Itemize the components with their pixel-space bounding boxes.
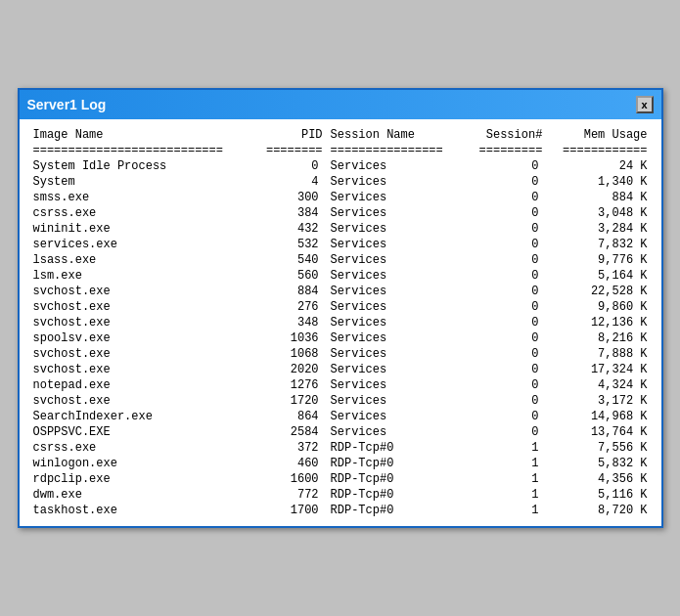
cell-pid: 1600 — [253, 471, 326, 487]
cell-mem-usage: 9,860 K — [546, 299, 651, 315]
log-content: Image Name PID Session Name Session# Mem… — [20, 119, 661, 526]
table-row: services.exe532Services07,832 K — [29, 237, 652, 252]
cell-mem-usage: 8,720 K — [546, 503, 651, 518]
sep-mem: ============ — [546, 143, 651, 158]
cell-session-num: 0 — [463, 268, 546, 284]
cell-mem-usage: 3,284 K — [546, 221, 651, 237]
sep-session-num: ========= — [463, 143, 546, 158]
cell-pid: 864 — [253, 409, 326, 424]
table-row: OSPPSVC.EXE2584Services013,764 K — [29, 424, 652, 440]
cell-session-name: Services — [327, 205, 464, 221]
cell-pid: 560 — [253, 268, 326, 284]
cell-mem-usage: 5,832 K — [546, 456, 651, 471]
cell-mem-usage: 7,832 K — [546, 237, 651, 252]
cell-pid: 1068 — [253, 346, 326, 362]
sep-session: ================ — [327, 143, 464, 158]
table-row: svchost.exe1068Services07,888 K — [29, 346, 652, 362]
cell-mem-usage: 5,116 K — [546, 487, 651, 503]
table-row: spoolsv.exe1036Services08,216 K — [29, 330, 652, 346]
cell-session-num: 1 — [463, 503, 546, 518]
cell-mem-usage: 7,888 K — [546, 346, 651, 362]
cell-image-name: System — [29, 174, 254, 190]
table-row: csrss.exe384Services03,048 K — [29, 205, 652, 221]
cell-image-name: smss.exe — [29, 190, 254, 205]
cell-pid: 1276 — [253, 377, 326, 393]
cell-session-name: Services — [327, 393, 464, 409]
table-row: dwm.exe772RDP-Tcp#015,116 K — [29, 487, 652, 503]
cell-session-num: 0 — [463, 205, 546, 221]
table-row: csrss.exe372RDP-Tcp#017,556 K — [29, 440, 652, 456]
table-row: rdpclip.exe1600RDP-Tcp#014,356 K — [29, 471, 652, 487]
sep-pid: ======== — [253, 143, 326, 158]
cell-session-num: 0 — [463, 424, 546, 440]
cell-image-name: svchost.exe — [29, 362, 254, 377]
cell-session-num: 0 — [463, 237, 546, 252]
cell-session-num: 0 — [463, 330, 546, 346]
cell-session-num: 0 — [463, 221, 546, 237]
cell-pid: 276 — [253, 299, 326, 315]
cell-mem-usage: 14,968 K — [546, 409, 651, 424]
cell-mem-usage: 884 K — [546, 190, 651, 205]
table-body: System Idle Process0Services024 KSystem4… — [29, 158, 652, 518]
col-session-name: Session Name — [327, 127, 464, 143]
cell-image-name: svchost.exe — [29, 315, 254, 330]
log-table: Image Name PID Session Name Session# Mem… — [29, 127, 652, 518]
table-row: System Idle Process0Services024 K — [29, 158, 652, 174]
cell-session-name: Services — [327, 221, 464, 237]
close-button[interactable]: x — [636, 96, 654, 113]
cell-image-name: csrss.exe — [29, 205, 254, 221]
cell-session-name: Services — [327, 424, 464, 440]
cell-session-num: 0 — [463, 284, 546, 299]
cell-session-num: 1 — [463, 456, 546, 471]
col-session-num: Session# — [463, 127, 546, 143]
cell-pid: 540 — [253, 252, 326, 268]
cell-session-name: Services — [327, 174, 464, 190]
col-image-name: Image Name — [29, 127, 254, 143]
table-header-row: Image Name PID Session Name Session# Mem… — [29, 127, 652, 143]
cell-session-num: 0 — [463, 158, 546, 174]
cell-pid: 1036 — [253, 330, 326, 346]
cell-image-name: svchost.exe — [29, 346, 254, 362]
cell-mem-usage: 7,556 K — [546, 440, 651, 456]
cell-image-name: dwm.exe — [29, 487, 254, 503]
cell-pid: 0 — [253, 158, 326, 174]
cell-session-num: 0 — [463, 362, 546, 377]
cell-image-name: lsass.exe — [29, 252, 254, 268]
cell-session-name: Services — [327, 268, 464, 284]
cell-pid: 532 — [253, 237, 326, 252]
cell-session-num: 1 — [463, 440, 546, 456]
window-title: Server1 Log — [27, 97, 107, 112]
cell-image-name: svchost.exe — [29, 284, 254, 299]
cell-mem-usage: 3,048 K — [546, 205, 651, 221]
cell-session-name: Services — [327, 362, 464, 377]
cell-session-num: 0 — [463, 252, 546, 268]
cell-mem-usage: 4,324 K — [546, 377, 651, 393]
cell-pid: 384 — [253, 205, 326, 221]
cell-pid: 2584 — [253, 424, 326, 440]
cell-session-num: 0 — [463, 299, 546, 315]
cell-pid: 432 — [253, 221, 326, 237]
cell-pid: 884 — [253, 284, 326, 299]
cell-image-name: lsm.exe — [29, 268, 254, 284]
cell-mem-usage: 3,172 K — [546, 393, 651, 409]
cell-session-name: RDP-Tcp#0 — [327, 440, 464, 456]
cell-session-name: Services — [327, 409, 464, 424]
cell-image-name: taskhost.exe — [29, 503, 254, 518]
cell-session-name: Services — [327, 237, 464, 252]
col-mem-usage: Mem Usage — [546, 127, 651, 143]
cell-pid: 300 — [253, 190, 326, 205]
cell-image-name: wininit.exe — [29, 221, 254, 237]
sep-image: =========================== — [29, 143, 254, 158]
cell-image-name: services.exe — [29, 237, 254, 252]
cell-image-name: spoolsv.exe — [29, 330, 254, 346]
cell-session-name: RDP-Tcp#0 — [327, 503, 464, 518]
cell-pid: 1700 — [253, 503, 326, 518]
cell-session-name: RDP-Tcp#0 — [327, 487, 464, 503]
separator-row: =========================== ======== ===… — [29, 143, 652, 158]
table-row: smss.exe300Services0884 K — [29, 190, 652, 205]
window: Server1 Log x Image Name PID Session Nam… — [18, 88, 663, 528]
cell-session-num: 1 — [463, 471, 546, 487]
table-row: notepad.exe1276Services04,324 K — [29, 377, 652, 393]
cell-session-name: Services — [327, 252, 464, 268]
cell-session-num: 0 — [463, 190, 546, 205]
